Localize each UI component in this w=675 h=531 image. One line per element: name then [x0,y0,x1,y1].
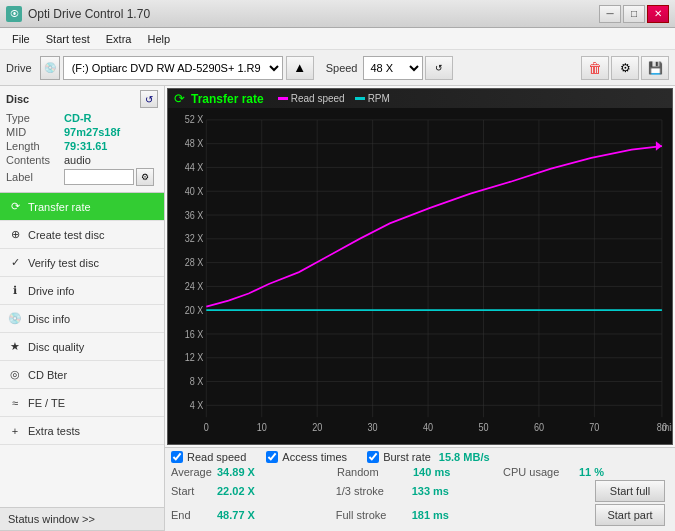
nav-label-disc-quality: Disc quality [28,341,84,353]
disc-mid-value: 97m27s18f [64,126,120,138]
stats-row-2: Start 22.02 X 1/3 stroke 133 ms Start fu… [171,480,669,502]
disc-label-edit-button[interactable]: ⚙ [136,168,154,186]
read-speed-legend-label: Read speed [291,93,345,104]
disc-contents-key: Contents [6,154,64,166]
cpu-usage-label: CPU usage [503,466,573,478]
status-window-label: Status window >> [8,513,95,525]
start-label: Start [171,485,211,497]
start-full-button[interactable]: Start full [595,480,665,502]
stroke-1-3-value: 133 ms [412,485,454,497]
rpm-legend-label: RPM [368,93,390,104]
disc-label-key: Label [6,171,64,183]
stat-end: End 48.77 X [171,509,336,521]
nav-label-transfer-rate: Transfer rate [28,201,91,213]
settings-button[interactable]: ⚙ [611,56,639,80]
stat-average: Average 34.89 X [171,466,337,478]
minimize-button[interactable]: ─ [599,5,621,23]
nav-item-extra-tests[interactable]: + Extra tests [0,417,164,445]
start-part-button[interactable]: Start part [595,504,665,526]
nav-item-verify-test-disc[interactable]: ✓ Verify test disc [0,249,164,277]
drive-label: Drive [6,62,32,74]
stat-start: Start 22.02 X [171,485,336,497]
nav-item-transfer-rate[interactable]: ⟳ Transfer rate [0,193,164,221]
speed-label: Speed [326,62,358,74]
drive-refresh-button[interactable]: ▲ [286,56,314,80]
access-times-checkbox[interactable] [266,451,278,463]
disc-length-value: 79:31.61 [64,140,107,152]
nav-item-drive-info[interactable]: ℹ Drive info [0,277,164,305]
read-speed-checkbox[interactable] [171,451,183,463]
stat-cpu: CPU usage 11 % [503,466,669,478]
disc-contents-value: audio [64,154,91,166]
erase-button[interactable]: 🗑 [581,56,609,80]
menu-help[interactable]: Help [139,31,178,47]
disc-section-title: Disc [6,93,29,105]
svg-text:50: 50 [478,422,489,434]
speed-selector[interactable]: 48 X [363,56,423,80]
svg-text:52 X: 52 X [185,114,204,126]
menu-start-test[interactable]: Start test [38,31,98,47]
svg-text:12 X: 12 X [185,352,204,364]
window-controls: ─ □ ✕ [599,5,669,23]
disc-refresh-button[interactable]: ↺ [140,90,158,108]
svg-text:32 X: 32 X [185,233,204,245]
drive-selector[interactable]: (F:) Optiarc DVD RW AD-5290S+ 1.R9 [63,56,283,80]
full-stroke-value: 181 ms [412,509,454,521]
nav-item-disc-info[interactable]: 💿 Disc info [0,305,164,333]
disc-label-input[interactable] [64,169,134,185]
menu-file[interactable]: File [4,31,38,47]
maximize-button[interactable]: □ [623,5,645,23]
nav-item-cd-bter[interactable]: ◎ CD Bter [0,361,164,389]
svg-text:60: 60 [534,422,545,434]
nav-item-disc-quality[interactable]: ★ Disc quality [0,333,164,361]
stat-full-stroke: Full stroke 181 ms [336,509,501,521]
svg-text:20 X: 20 X [185,304,204,316]
svg-text:70: 70 [589,422,600,434]
burst-rate-check[interactable]: Burst rate 15.8 MB/s [367,451,669,463]
stats-row-1: Average 34.89 X Random 140 ms CPU usage … [171,466,669,478]
menubar: File Start test Extra Help [0,28,675,50]
stats-checks-row: Read speed Access times Burst rate 15.8 … [171,451,669,463]
read-speed-check-label: Read speed [187,451,246,463]
chart-header: ⟳ Transfer rate Read speed RPM [168,89,672,108]
window-title: Opti Drive Control 1.70 [28,7,150,21]
stat-1-3-stroke: 1/3 stroke 133 ms [336,485,501,497]
menu-extra[interactable]: Extra [98,31,140,47]
nav-label-fe-te: FE / TE [28,397,65,409]
svg-text:44 X: 44 X [185,161,204,173]
disc-mid-key: MID [6,126,64,138]
svg-text:8 X: 8 X [190,375,204,387]
chart-plot-area: 52 X 48 X 44 X 40 X 36 X 32 X 28 X 24 X … [168,108,672,441]
close-button[interactable]: ✕ [647,5,669,23]
chart-svg: 52 X 48 X 44 X 40 X 36 X 32 X 28 X 24 X … [168,108,672,441]
nav-label-drive-info: Drive info [28,285,74,297]
save-button[interactable]: 💾 [641,56,669,80]
stats-row-3: End 48.77 X Full stroke 181 ms Start par… [171,504,669,526]
svg-text:40 X: 40 X [185,185,204,197]
nav-label-verify-test-disc: Verify test disc [28,257,99,269]
nav-label-create-test-disc: Create test disc [28,229,104,241]
svg-text:4 X: 4 X [190,399,204,411]
status-window-button[interactable]: Status window >> [0,507,164,531]
speed-confirm-button[interactable]: ↺ [425,56,453,80]
svg-text:28 X: 28 X [185,256,204,268]
toolbar: Drive 💿 (F:) Optiarc DVD RW AD-5290S+ 1.… [0,50,675,86]
access-times-check[interactable]: Access times [266,451,347,463]
burst-rate-check-label: Burst rate [383,451,431,463]
end-label: End [171,509,211,521]
average-label: Average [171,466,211,478]
read-speed-check[interactable]: Read speed [171,451,246,463]
right-panel: ⟳ Transfer rate Read speed RPM [165,86,675,531]
fe-te-icon: ≈ [8,396,22,410]
chart-container: ⟳ Transfer rate Read speed RPM [167,88,673,445]
verify-disc-icon: ✓ [8,256,22,270]
nav-item-fe-te[interactable]: ≈ FE / TE [0,389,164,417]
burst-rate-value: 15.8 MB/s [439,451,490,463]
start-value: 22.02 X [217,485,269,497]
svg-text:min: min [662,422,672,434]
nav-item-create-test-disc[interactable]: ⊕ Create test disc [0,221,164,249]
burst-rate-checkbox[interactable] [367,451,379,463]
create-disc-icon: ⊕ [8,228,22,242]
chart-title: Transfer rate [191,92,264,106]
nav-label-cd-bter: CD Bter [28,369,67,381]
